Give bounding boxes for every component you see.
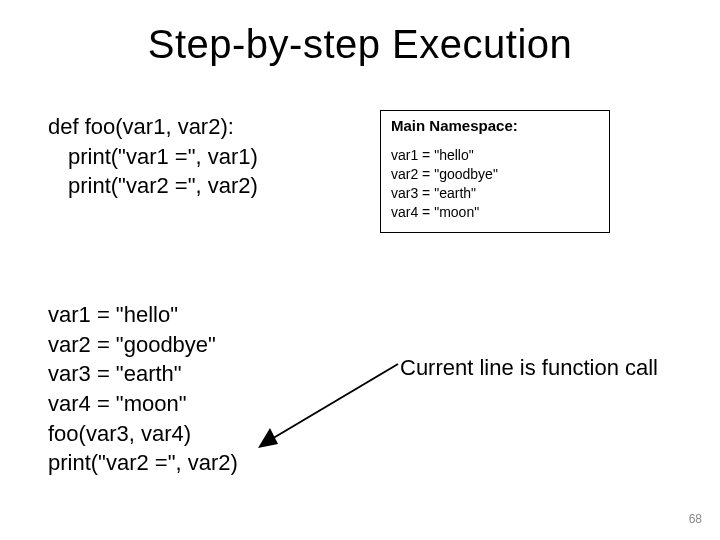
code-line: var3 = "earth" <box>48 359 238 389</box>
svg-marker-1 <box>258 428 278 448</box>
code-line: print("var1 =", var1) <box>48 142 258 172</box>
namespace-entry: var2 = "goodbye" <box>391 165 599 184</box>
annotation-text: Current line is function call <box>400 355 658 381</box>
code-main-body: var1 = "hello" var2 = "goodbye" var3 = "… <box>48 300 238 478</box>
code-function-def: def foo(var1, var2): print("var1 =", var… <box>48 112 258 201</box>
code-line-current: foo(var3, var4) <box>48 419 238 449</box>
code-line: var4 = "moon" <box>48 389 238 419</box>
namespace-title: Main Namespace: <box>391 117 599 134</box>
arrow-icon <box>258 354 408 452</box>
code-line: def foo(var1, var2): <box>48 112 258 142</box>
code-line: var1 = "hello" <box>48 300 238 330</box>
namespace-box: Main Namespace: var1 = "hello" var2 = "g… <box>380 110 610 233</box>
namespace-entry: var4 = "moon" <box>391 203 599 222</box>
namespace-entry: var3 = "earth" <box>391 184 599 203</box>
slide-title: Step-by-step Execution <box>0 22 720 67</box>
code-line: var2 = "goodbye" <box>48 330 238 360</box>
code-line: print("var2 =", var2) <box>48 171 258 201</box>
namespace-entry: var1 = "hello" <box>391 146 599 165</box>
page-number: 68 <box>689 512 702 526</box>
code-line: print("var2 =", var2) <box>48 448 238 478</box>
svg-line-0 <box>270 364 398 440</box>
